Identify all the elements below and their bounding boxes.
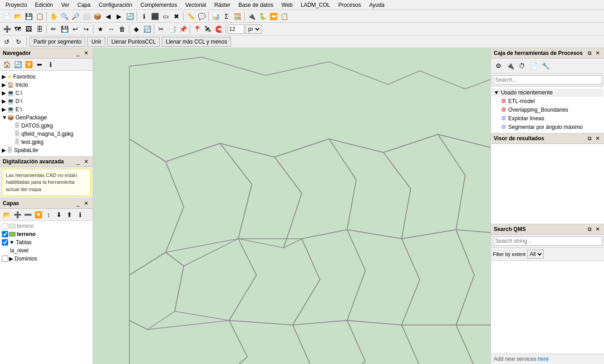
nav-item-datos[interactable]: 🗄 DATOS.gpkg bbox=[2, 122, 91, 130]
layers-close-btn[interactable]: ✕ bbox=[83, 200, 90, 207]
toolbox-history-btn[interactable]: ⏱ bbox=[516, 60, 527, 71]
nav-filter-btn[interactable]: 🔽 bbox=[24, 59, 34, 69]
toolbox-models-btn[interactable]: 🔌 bbox=[505, 60, 516, 71]
results-close-btn[interactable]: ✕ bbox=[594, 135, 601, 142]
save-as-btn[interactable]: 📋 bbox=[34, 11, 44, 21]
llenar-puntos-btn[interactable]: Llenar PuntosCCL bbox=[107, 37, 160, 47]
menu-raster[interactable]: Ráster bbox=[211, 1, 234, 9]
nav-collapse-btn[interactable]: ⬅ bbox=[34, 59, 44, 69]
layer-item-terreno[interactable]: terreno bbox=[1, 230, 92, 238]
layer-item-la-nivel[interactable]: la_nivel bbox=[1, 246, 92, 255]
zoom-out-btn[interactable]: 🔎 bbox=[70, 11, 80, 21]
deselect-btn[interactable]: ✖ bbox=[172, 11, 182, 21]
map-area[interactable] bbox=[93, 48, 491, 364]
node-tool-btn[interactable]: ◆ bbox=[131, 24, 141, 34]
layers-sort-btn[interactable]: ↕ bbox=[44, 210, 54, 220]
undo-adv-btn[interactable]: ↺ bbox=[2, 37, 12, 47]
nav-item-c[interactable]: ▶ 💻 C:\ bbox=[2, 89, 91, 97]
stat-btn[interactable]: Σ bbox=[221, 11, 231, 21]
toolbox-algo-btn[interactable]: ⚙ bbox=[493, 60, 504, 71]
plugin-btn[interactable]: 🔌 bbox=[246, 11, 256, 21]
nav-item-favoritos[interactable]: ▶ ★ Favoritos bbox=[2, 73, 91, 81]
add-feature-btn[interactable]: ★ bbox=[95, 24, 105, 34]
menu-base-datos[interactable]: Base de datos bbox=[235, 1, 277, 9]
snapping-btn[interactable]: 🧲 bbox=[214, 24, 224, 34]
qms-search-input[interactable] bbox=[493, 236, 602, 246]
zoom-extent-btn[interactable]: ⬜ bbox=[81, 11, 91, 21]
menu-web[interactable]: Web bbox=[278, 1, 296, 9]
paste-btn[interactable]: 📌 bbox=[178, 24, 188, 34]
rotate-btn[interactable]: 🔃 bbox=[142, 24, 152, 34]
nav-info-btn[interactable]: ℹ bbox=[45, 59, 55, 69]
nav-item-datos-inner[interactable]: 🗄 DATOS.gpkg bbox=[9, 122, 91, 130]
menu-complementos[interactable]: Complementos bbox=[137, 1, 181, 9]
calculator-btn[interactable]: 🧮 bbox=[232, 11, 242, 21]
add-layer-btn[interactable]: ➕ bbox=[2, 24, 12, 34]
nav-item-inicio[interactable]: ▶ 🏠 Inicio bbox=[2, 81, 91, 89]
undo-btn[interactable]: ↩ bbox=[70, 24, 80, 34]
nav-item-e[interactable]: ▶ 💻 E:\ bbox=[2, 105, 91, 113]
nav-item-test-inner[interactable]: 🗄 test.gpkg bbox=[9, 138, 91, 146]
add-vector-btn[interactable]: 🗺 bbox=[13, 24, 23, 34]
map-canvas[interactable] bbox=[93, 48, 491, 364]
open-project-btn[interactable]: 📂 bbox=[13, 11, 23, 21]
layer-check-dominios[interactable] bbox=[2, 256, 8, 262]
toolbox-item-etl[interactable]: ⚙ ETL-model bbox=[492, 97, 603, 105]
size-unit-select[interactable]: px bbox=[245, 25, 261, 34]
identify-btn[interactable]: ℹ bbox=[139, 11, 149, 21]
edit-toggle-btn[interactable]: ✏ bbox=[49, 24, 59, 34]
layers-add-btn[interactable]: ➕ bbox=[12, 210, 22, 220]
menu-procesos[interactable]: Procesos bbox=[334, 1, 364, 9]
layer-item-tablas[interactable]: ▼ Tablas bbox=[1, 238, 92, 246]
copy-btn[interactable]: 📑 bbox=[167, 24, 177, 34]
toolbox-search-input[interactable] bbox=[493, 75, 602, 84]
layer-check-tablas[interactable] bbox=[2, 239, 8, 246]
move-feature-btn[interactable]: ↔ bbox=[106, 24, 116, 34]
menu-proyecto[interactable]: Proyecto bbox=[2, 1, 30, 9]
add-raster-btn[interactable]: 🖼 bbox=[24, 24, 34, 34]
locator-btn[interactable]: 📍 bbox=[192, 24, 202, 34]
open-table-btn[interactable]: 📊 bbox=[211, 11, 221, 21]
digitize-min-btn[interactable]: _ bbox=[74, 158, 82, 165]
nav-home-btn[interactable]: 🏠 bbox=[2, 59, 12, 69]
new-project-btn[interactable]: 📄 bbox=[2, 11, 12, 21]
menu-edicion[interactable]: Edición bbox=[31, 1, 56, 9]
zoom-next-btn[interactable]: ▶ bbox=[114, 11, 124, 21]
redo-btn[interactable]: ↪ bbox=[81, 24, 91, 34]
select-btn[interactable]: ⬛ bbox=[150, 11, 160, 21]
map-tips-btn[interactable]: 💬 bbox=[196, 11, 206, 21]
layer-check-terreno-ghost[interactable] bbox=[2, 223, 8, 229]
cut-btn[interactable]: ✂ bbox=[156, 24, 166, 34]
refresh-btn[interactable]: 🔄 bbox=[125, 11, 135, 21]
qms-footer-link[interactable]: here bbox=[538, 356, 549, 362]
toolbox-item-explotar[interactable]: ⚙ Explotar líneas bbox=[492, 114, 603, 123]
menu-ayuda[interactable]: Ayuda bbox=[365, 1, 388, 9]
layers-expand-btn[interactable]: ⬇ bbox=[54, 210, 64, 220]
digitize-close-btn[interactable]: ✕ bbox=[83, 158, 90, 165]
layers-info-btn[interactable]: ℹ bbox=[75, 210, 85, 220]
toolbox-options-btn[interactable]: 🔧 bbox=[540, 60, 551, 71]
toolbox-item-segmentar[interactable]: ⚙ Segmentar por ángulo máximo bbox=[492, 123, 603, 131]
nav-refresh-btn[interactable]: 🔄 bbox=[13, 59, 23, 69]
zoom-in-btn[interactable]: 🔍 bbox=[59, 11, 69, 21]
nav-item-geopackage[interactable]: ▼ 📦 GeoPackage bbox=[2, 113, 91, 122]
delete-feature-btn[interactable]: 🗑 bbox=[117, 24, 127, 34]
layers-remove-btn[interactable]: ➖ bbox=[23, 210, 33, 220]
menu-ver[interactable]: Ver bbox=[58, 1, 73, 9]
results-float-btn[interactable]: ⧉ bbox=[586, 135, 593, 142]
measure-btn[interactable]: 📏 bbox=[186, 11, 196, 21]
pan-btn[interactable]: ✋ bbox=[49, 11, 59, 21]
toolbox-close-btn[interactable]: ✕ bbox=[594, 49, 601, 57]
navigator-min-btn[interactable]: _ bbox=[74, 49, 82, 57]
save-edits-btn[interactable]: 💾 bbox=[59, 24, 69, 34]
nav-item-test[interactable]: 🗄 test.gpkg bbox=[2, 138, 91, 146]
nav-item-qfield[interactable]: 🗄 qfield_magna_3.gpkg bbox=[2, 130, 91, 138]
nav-item-d[interactable]: ▶ 💻 D:\ bbox=[2, 97, 91, 105]
size-input[interactable] bbox=[228, 25, 244, 34]
toolbox-section-header-recent[interactable]: ▼ Usado recientemente bbox=[492, 89, 603, 97]
layers-collapse-btn[interactable]: ⬆ bbox=[64, 210, 74, 220]
redo-adv-btn[interactable]: ↻ bbox=[14, 37, 24, 47]
toolbox-results-btn[interactable]: 📄 bbox=[528, 60, 539, 71]
zoom-layer-btn[interactable]: 📦 bbox=[92, 11, 102, 21]
layers-open-btn[interactable]: 📂 bbox=[2, 210, 12, 220]
